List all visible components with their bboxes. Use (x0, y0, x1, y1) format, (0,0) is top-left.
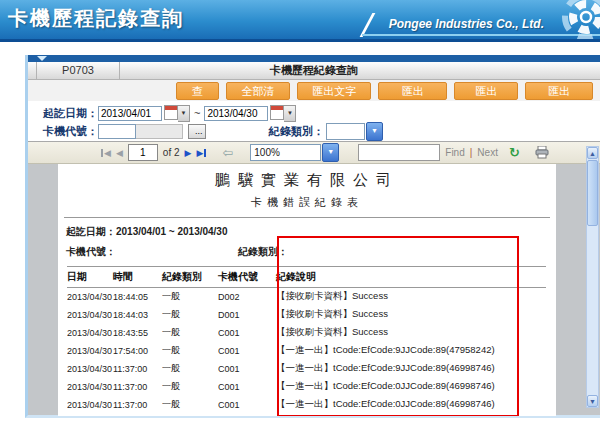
machine-category-row: 卡機代號： ... 紀錄類別： ▼ (28, 122, 600, 140)
table-cell: C001 (218, 396, 276, 414)
date-to-input[interactable] (204, 106, 268, 121)
table-cell: C001 (218, 378, 276, 396)
chevron-down-icon: ▼ (322, 143, 339, 162)
table-cell: 2013/04/30 (67, 342, 113, 360)
next-page-button[interactable]: ▶ (185, 148, 192, 158)
col-header-date: 日期 (67, 267, 113, 288)
zoom-value: 100% (250, 144, 321, 161)
last-page-button[interactable]: ▶ (196, 148, 207, 158)
report-machine-label: 卡機代號： (66, 245, 116, 259)
previous-page-icon: ◀ (116, 148, 123, 158)
back-to-parent-icon[interactable]: ⇦ (222, 145, 233, 160)
date-range-label: 起訖日期： (28, 106, 98, 121)
zoom-select[interactable]: 100% ▼ (250, 143, 339, 162)
report-divider (64, 217, 550, 218)
previous-page-button[interactable]: ◀ (116, 148, 123, 158)
machine-code-input[interactable] (98, 124, 136, 139)
report-toolbar: ◀ ◀ of 2 ▶ ▶ ⇦ 100% ▼ Find | Next ↻ (28, 142, 600, 164)
page-number-input[interactable] (128, 144, 158, 161)
find-next-separator: | (470, 147, 473, 158)
export-excel-button[interactable]: 匯出Excel (378, 82, 447, 100)
export-text-button[interactable]: 匯出文字檔 (297, 82, 371, 100)
action-button-row: 查詢 全部清除 匯出文字檔 匯出Excel 匯出PDF 匯出Word (28, 80, 600, 101)
scroll-up-icon[interactable]: ▲ (587, 147, 598, 159)
table-cell: 2013/04/30 (67, 378, 113, 396)
table-cell: 一般 (162, 378, 218, 396)
record-category-value (326, 123, 365, 140)
report-viewer: ◀ ◀ of 2 ▶ ▶ ⇦ 100% ▼ Find | Next ↻ (28, 141, 600, 415)
col-header-time: 時間 (113, 267, 162, 288)
scrollbar-thumb[interactable] (587, 160, 598, 226)
first-page-icon: ◀ (104, 148, 111, 158)
table-cell: 18:44:03 (113, 306, 162, 324)
date-from-input[interactable] (98, 106, 162, 121)
table-cell: C001 (218, 324, 276, 342)
range-separator: ~ (194, 107, 200, 119)
page-title: 卡機歷程記錄查詢 (8, 5, 184, 32)
tab-bar: P0703 卡機歷程紀錄查詢 (28, 62, 600, 80)
calendar-icon (270, 105, 284, 120)
print-icon[interactable] (535, 146, 549, 159)
find-link[interactable]: Find (445, 147, 464, 158)
table-cell: 一般 (162, 324, 218, 342)
table-cell: 2013/04/30 (67, 288, 113, 307)
tab-title: 卡機歷程紀錄查詢 (28, 62, 600, 79)
table-cell: 一般 (162, 288, 218, 307)
table-cell: 一般 (162, 306, 218, 324)
table-cell: D001 (218, 306, 276, 324)
table-cell: 11:37:00 (113, 396, 162, 414)
panel-top-bar (28, 55, 600, 62)
query-button[interactable]: 查詢 (176, 82, 219, 100)
export-pdf-button[interactable]: 匯出PDF (454, 82, 518, 100)
table-cell: 18:43:55 (113, 324, 162, 342)
report-company-title: 鵬驥實業有限公司 (58, 171, 556, 190)
date-to-calendar-button[interactable]: ▼ (270, 105, 296, 122)
gear-logo-icon (556, 0, 600, 42)
table-cell: C001 (218, 342, 276, 360)
refresh-icon[interactable]: ↻ (509, 145, 520, 160)
scroll-down-icon[interactable]: ▼ (587, 395, 598, 407)
export-word-button[interactable]: 匯出Word (525, 82, 593, 100)
date-from-calendar-button[interactable]: ▼ (164, 105, 190, 122)
table-cell: C001 (218, 360, 276, 378)
chevron-down-icon: ▼ (178, 105, 190, 122)
record-category-select[interactable]: ▼ (326, 122, 383, 141)
table-cell: 18:44:05 (113, 288, 162, 307)
app-header: 卡機歷程記錄查詢 Pongee Industries Co., Ltd. (0, 0, 600, 42)
col-header-machine: 卡機代號 (218, 267, 276, 288)
vertical-scrollbar[interactable]: ▲ ▼ (586, 146, 599, 408)
table-cell: 11:37:00 (113, 378, 162, 396)
report-content-area: 鵬驥實業有限公司 卡機錯誤紀錄表 起訖日期：2013/04/01 ~ 2013/… (28, 164, 600, 416)
page-count-label: of 2 (163, 147, 180, 158)
last-page-icon: ▶ (196, 148, 203, 158)
table-cell: 一般 (162, 396, 218, 414)
date-range-row: 起訖日期： ▼ ~ ▼ (28, 104, 600, 122)
table-cell: 2013/04/30 (67, 324, 113, 342)
clear-all-button[interactable]: 全部清除 (226, 82, 290, 100)
first-page-button[interactable]: ◀ (100, 148, 111, 158)
find-text-input[interactable] (358, 144, 440, 161)
table-cell: 08:45:05 (113, 414, 162, 416)
table-cell: 2013/04/30 (67, 306, 113, 324)
chevron-down-icon: ▼ (366, 122, 383, 141)
company-name: Pongee Industries Co., Ltd. (389, 17, 544, 31)
table-cell: D001 (218, 414, 276, 416)
report-title: 卡機錯誤紀錄表 (58, 195, 556, 210)
next-link[interactable]: Next (477, 147, 498, 158)
next-page-icon: ▶ (185, 148, 192, 158)
collapse-panel-icon[interactable] (37, 56, 47, 61)
table-cell: 一般 (162, 360, 218, 378)
chevron-down-icon: ▼ (284, 105, 296, 122)
machine-code-label: 卡機代號： (28, 124, 98, 139)
first-page-bar-icon (101, 149, 103, 157)
table-cell: D002 (218, 288, 276, 307)
annotation-rectangle (277, 236, 519, 416)
table-cell: 2013/04/30 (67, 396, 113, 414)
table-cell: 11:37:00 (113, 360, 162, 378)
main-panel: P0703 卡機歷程紀錄查詢 查詢 全部清除 匯出文字檔 匯出Excel 匯出P… (25, 55, 600, 418)
record-category-label: 紀錄類別： (262, 124, 324, 139)
machine-browse-button[interactable]: ... (188, 124, 206, 139)
table-cell: 錯誤 (162, 414, 218, 416)
query-form: 起訖日期： ▼ ~ ▼ 卡機代號： ... 紀錄類別： ▼ (28, 101, 600, 141)
table-cell: 17:54:00 (113, 342, 162, 360)
